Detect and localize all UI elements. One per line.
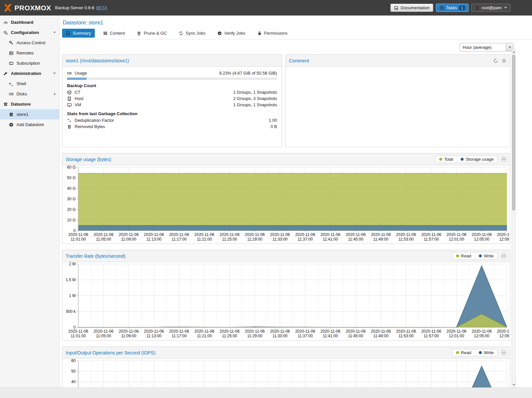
collapse-button[interactable] bbox=[501, 350, 507, 355]
page-title: Datastore: store1 bbox=[59, 16, 532, 29]
tab-prune-gc[interactable]: Prune & GC bbox=[133, 29, 170, 38]
sidebar-item-add-datastore[interactable]: Add Datastore bbox=[0, 119, 59, 130]
sidebar-item-administration[interactable]: Administration bbox=[0, 68, 59, 79]
settings-button[interactable] bbox=[501, 58, 507, 63]
window-bottom-strip bbox=[0, 387, 532, 398]
vm-row: VM 1 Groups, 1 Snapshots bbox=[67, 102, 277, 108]
sidebar-item-datastore[interactable]: Datastore bbox=[0, 99, 59, 109]
svg-text:11:41:00: 11:41:00 bbox=[323, 334, 338, 338]
book-icon bbox=[394, 6, 399, 10]
tab-summary[interactable]: Summary bbox=[62, 29, 95, 38]
svg-text:11:09:00: 11:09:00 bbox=[121, 237, 136, 242]
svg-text:2020-11-06: 2020-11-06 bbox=[270, 232, 290, 237]
legend-item-read[interactable]: Read bbox=[452, 349, 475, 356]
svg-text:2020-11-06: 2020-11-06 bbox=[295, 329, 315, 334]
wrench-icon bbox=[3, 71, 8, 76]
svg-text:11:45:00: 11:45:00 bbox=[348, 237, 363, 242]
legend-dot bbox=[439, 158, 442, 161]
beta-link[interactable]: BETA bbox=[96, 5, 107, 10]
sidebar-item-configuration[interactable]: Configuration bbox=[0, 27, 59, 38]
vertical-scrollbar[interactable] bbox=[512, 50, 516, 387]
server-list-icon bbox=[9, 51, 14, 55]
tab-content[interactable]: Content bbox=[99, 29, 129, 38]
minus-circle-icon bbox=[501, 156, 507, 162]
svg-text:2020-11-06: 2020-11-06 bbox=[320, 329, 340, 334]
sidebar-item-label: Access Control bbox=[17, 40, 45, 45]
tab-verify-jobs[interactable]: Verify Jobs bbox=[214, 29, 249, 38]
timeframe-select[interactable]: Hour (average) bbox=[460, 43, 514, 51]
collapse-arrow-icon[interactable] bbox=[53, 73, 56, 74]
brand-name: PROXMOX bbox=[15, 4, 51, 12]
panel-title: store1 (/mnt/datastores/store1) bbox=[66, 58, 129, 63]
svg-text:2020-11-06: 2020-11-06 bbox=[446, 232, 467, 237]
user-menu-button[interactable]: root@pam bbox=[471, 4, 511, 12]
ticket-icon bbox=[9, 61, 14, 66]
svg-text:50 G: 50 G bbox=[67, 176, 76, 180]
main-content: Datastore: store1 Summary Content bbox=[59, 16, 532, 387]
chart-toolbar: Hour (average) bbox=[59, 40, 532, 52]
sidebar-item-disks[interactable]: Disks bbox=[0, 89, 59, 99]
collapse-button[interactable] bbox=[501, 253, 507, 259]
legend-item-read[interactable]: Read bbox=[452, 252, 475, 259]
expand-arrow-icon[interactable] bbox=[54, 93, 56, 95]
sidebar-item-dashboard[interactable]: Dashboard bbox=[0, 17, 59, 27]
tab-label: Prune & GC bbox=[144, 31, 167, 36]
svg-text:2020-11-06: 2020-11-06 bbox=[245, 232, 265, 237]
documentation-label: Documentation bbox=[401, 5, 429, 10]
tab-sync-jobs[interactable]: Sync Jobs bbox=[175, 29, 209, 38]
legend-item-storage-usage[interactable]: Storage usage bbox=[457, 156, 497, 163]
check-circle-icon bbox=[217, 31, 222, 36]
legend-item-write[interactable]: Write bbox=[475, 349, 497, 356]
scroll-up-arrow[interactable] bbox=[512, 50, 515, 54]
sidebar-item-label: Datastore bbox=[11, 102, 31, 107]
tab-label: Verify Jobs bbox=[224, 31, 245, 36]
svg-text:11:29:00: 11:29:00 bbox=[247, 334, 263, 338]
collapse-button[interactable] bbox=[501, 156, 507, 162]
svg-text:2020-11-06: 2020-11-06 bbox=[497, 232, 509, 237]
user-label: root@pam bbox=[481, 5, 502, 10]
svg-text:2020-11-06: 2020-11-06 bbox=[220, 232, 240, 237]
svg-text:2020-11-06: 2020-11-06 bbox=[371, 232, 391, 237]
refresh-button[interactable] bbox=[493, 58, 498, 63]
legend-item-write[interactable]: Write bbox=[475, 252, 497, 259]
legend-label: Storage usage bbox=[466, 157, 494, 162]
usage-label: Usage bbox=[75, 71, 87, 76]
scrollbar-thumb[interactable] bbox=[512, 55, 515, 211]
lock-icon bbox=[257, 31, 262, 36]
sidebar-item-shell[interactable]: >_ Shell bbox=[0, 79, 59, 89]
svg-text:1 M: 1 M bbox=[69, 293, 76, 298]
documentation-button[interactable]: Documentation bbox=[390, 4, 433, 12]
svg-text:2020-11-06: 2020-11-06 bbox=[421, 329, 442, 334]
row-value: 1 Groups, 1 Snapshots bbox=[233, 90, 277, 95]
svg-text:11:37:00: 11:37:00 bbox=[298, 334, 313, 338]
scroll-down-arrow[interactable] bbox=[512, 383, 515, 387]
collapse-arrow-icon[interactable] bbox=[53, 32, 56, 33]
ct-row: CT 1 Groups, 1 Snapshots bbox=[67, 89, 277, 95]
svg-text:11:29:00: 11:29:00 bbox=[247, 237, 263, 242]
sidebar-item-remotes[interactable]: Remotes bbox=[0, 48, 59, 58]
book-icon bbox=[66, 31, 70, 36]
plus-circle-icon bbox=[9, 122, 14, 127]
tasks-button[interactable]: Tasks 1 bbox=[436, 4, 469, 12]
legend-item-total[interactable]: Total bbox=[436, 156, 457, 163]
sidebar-item-label: Add Datastore bbox=[17, 122, 44, 127]
comment-body[interactable] bbox=[286, 67, 510, 147]
svg-text:2020-11-06: 2020-11-06 bbox=[144, 232, 164, 237]
panels-area: store1 (/mnt/datastores/store1) Usage bbox=[62, 54, 510, 387]
legend-label: Read bbox=[461, 253, 471, 258]
svg-text:11:21:00: 11:21:00 bbox=[197, 334, 212, 338]
row-value: 1 Groups, 1 Snapshots bbox=[233, 102, 277, 107]
sidebar-item-subscription[interactable]: Subscription bbox=[0, 58, 59, 68]
sidebar: Dashboard Configuration Access Control bbox=[0, 16, 59, 387]
sidebar-item-access-control[interactable]: Access Control bbox=[0, 38, 59, 48]
svg-text:11:49:00: 11:49:00 bbox=[373, 334, 388, 338]
tab-permissions[interactable]: Permissions bbox=[254, 29, 291, 38]
svg-text:2020-11-06: 2020-11-06 bbox=[195, 329, 215, 334]
legend-dot bbox=[479, 351, 482, 354]
sidebar-item-store1[interactable]: store1 bbox=[0, 109, 59, 119]
task-list-icon bbox=[440, 6, 444, 10]
cube-icon bbox=[67, 90, 72, 95]
terminal-icon: >_ bbox=[9, 82, 14, 86]
svg-text:2020-11-06: 2020-11-06 bbox=[472, 232, 492, 237]
svg-text:11:53:00: 11:53:00 bbox=[399, 334, 414, 338]
